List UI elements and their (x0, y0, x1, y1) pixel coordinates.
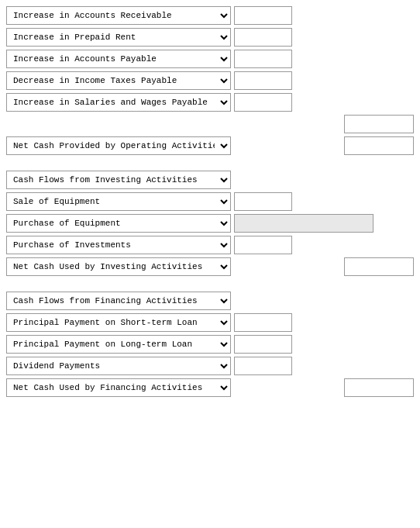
principal-short-select[interactable]: Principal Payment on Short-term Loan (6, 313, 231, 332)
sale-equipment-input[interactable] (234, 192, 292, 211)
sale-equipment-row: Sale of Equipment (6, 192, 414, 211)
investing-net-input[interactable] (344, 257, 414, 276)
financing-net-row: Net Cash Used by Financing Activities (6, 378, 414, 397)
operating-subtotal-input-row (6, 115, 414, 133)
accounts-payable-input[interactable] (234, 50, 292, 68)
financing-header-select[interactable]: Cash Flows from Financing Activities (6, 292, 231, 310)
dividends-select[interactable]: Dividend Payments (6, 357, 231, 375)
purchase-investments-row: Purchase of Investments (6, 236, 414, 254)
investing-header-row: Cash Flows from Investing Activities (6, 171, 414, 189)
financing-header-row: Cash Flows from Financing Activities (6, 292, 414, 310)
investing-net-select[interactable]: Net Cash Used by Investing Activities (6, 257, 231, 276)
principal-short-input[interactable] (234, 313, 292, 332)
income-taxes-input[interactable] (234, 71, 292, 90)
purchase-equipment-input[interactable] (234, 214, 374, 233)
salaries-wages-select[interactable]: Increase in Salaries and Wages Payable (6, 93, 231, 112)
accounts-receivable-row: Increase in Accounts Receivable (6, 6, 414, 25)
operating-subtotal-input[interactable] (344, 115, 414, 133)
principal-short-row: Principal Payment on Short-term Loan (6, 313, 414, 332)
sale-equipment-select[interactable]: Sale of Equipment (6, 192, 231, 211)
financing-net-input[interactable] (344, 378, 414, 397)
income-taxes-select[interactable]: Decrease in Income Taxes Payable (6, 71, 231, 90)
principal-long-input[interactable] (234, 335, 292, 354)
investing-header-select[interactable]: Cash Flows from Investing Activities (6, 171, 231, 189)
dividends-row: Dividend Payments (6, 357, 414, 375)
accounts-payable-select[interactable]: Increase in Accounts Payable (6, 50, 231, 68)
accounts-payable-row: Increase in Accounts Payable (6, 50, 414, 68)
salaries-wages-row: Increase in Salaries and Wages Payable (6, 93, 414, 112)
principal-long-select[interactable]: Principal Payment on Long-term Loan (6, 335, 231, 354)
operating-net-input[interactable] (344, 136, 414, 155)
purchase-investments-input[interactable] (234, 236, 292, 254)
purchase-equipment-row: Purchase of Equipment (6, 214, 414, 233)
investing-net-row: Net Cash Used by Investing Activities (6, 257, 414, 276)
salaries-wages-input[interactable] (234, 93, 292, 112)
operating-net-row: Net Cash Provided by Operating Activitie… (6, 136, 414, 155)
prepaid-rent-input[interactable] (234, 28, 292, 47)
principal-long-row: Principal Payment on Long-term Loan (6, 335, 414, 354)
prepaid-rent-select[interactable]: Increase in Prepaid Rent (6, 28, 231, 47)
purchase-investments-select[interactable]: Purchase of Investments (6, 236, 231, 254)
accounts-receivable-input[interactable] (234, 6, 292, 25)
dividends-input[interactable] (234, 357, 292, 375)
income-taxes-row: Decrease in Income Taxes Payable (6, 71, 414, 90)
prepaid-rent-row: Increase in Prepaid Rent (6, 28, 414, 47)
financing-net-select[interactable]: Net Cash Used by Financing Activities (6, 378, 231, 397)
accounts-receivable-select[interactable]: Increase in Accounts Receivable (6, 6, 231, 25)
purchase-equipment-select[interactable]: Purchase of Equipment (6, 214, 231, 233)
operating-net-select[interactable]: Net Cash Provided by Operating Activitie… (6, 136, 231, 155)
